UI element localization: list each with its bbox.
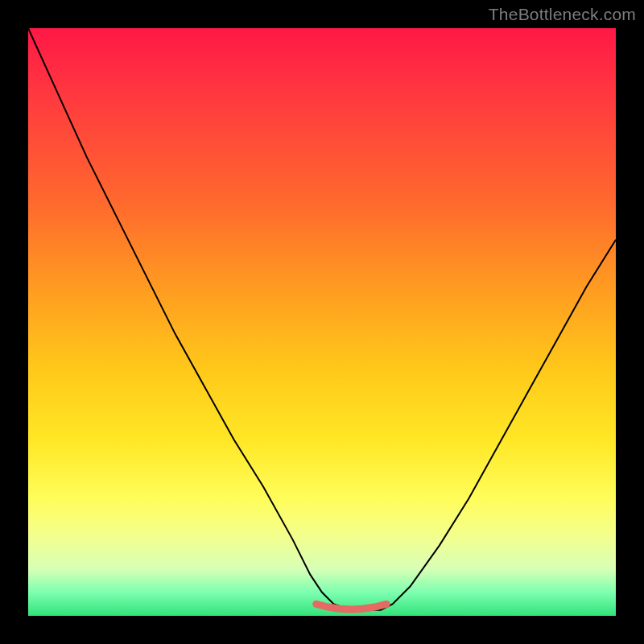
- main-curve: [28, 28, 616, 610]
- plot-area: [28, 28, 616, 616]
- chart-frame: TheBottleneck.com: [0, 0, 644, 644]
- watermark-text: TheBottleneck.com: [489, 5, 636, 24]
- curve-layer: [28, 28, 616, 616]
- flat-highlight: [316, 604, 387, 609]
